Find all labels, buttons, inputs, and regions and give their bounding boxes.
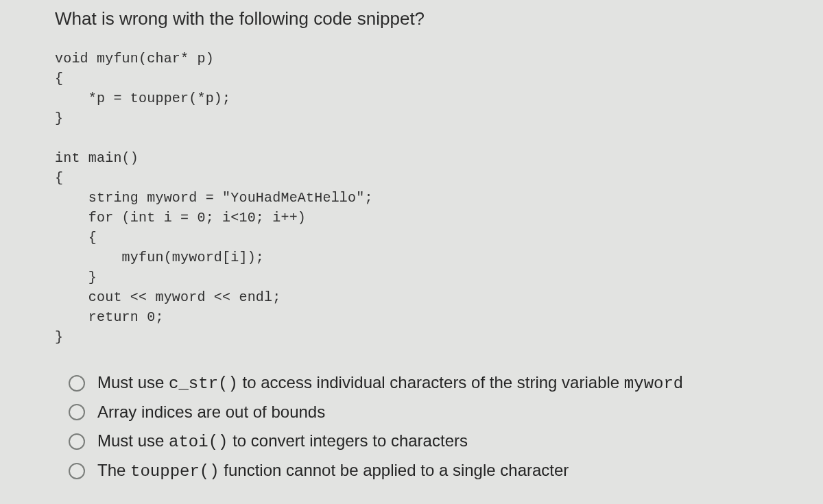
radio-icon[interactable]	[69, 433, 85, 450]
answer-options: Must use c_str() to access individual ch…	[69, 373, 782, 481]
answer-option-3[interactable]: Must use atoi() to convert integers to c…	[69, 431, 782, 451]
option-label: Must use atoi() to convert integers to c…	[97, 431, 468, 451]
radio-icon[interactable]	[69, 463, 85, 479]
code-snippet: void myfun(char* p) { *p = toupper(*p); …	[55, 49, 782, 347]
question-title: What is wrong with the following code sn…	[55, 8, 782, 29]
option-label: Must use c_str() to access individual ch…	[97, 373, 683, 393]
option-label: Array indices are out of bounds	[97, 403, 325, 422]
answer-option-4[interactable]: The toupper() function cannot be applied…	[69, 461, 782, 481]
option-label: The toupper() function cannot be applied…	[97, 461, 569, 481]
radio-icon[interactable]	[69, 375, 85, 392]
answer-option-2[interactable]: Array indices are out of bounds	[69, 403, 782, 422]
radio-icon[interactable]	[69, 404, 85, 420]
quiz-question: What is wrong with the following code sn…	[0, 0, 823, 481]
answer-option-1[interactable]: Must use c_str() to access individual ch…	[69, 373, 782, 393]
